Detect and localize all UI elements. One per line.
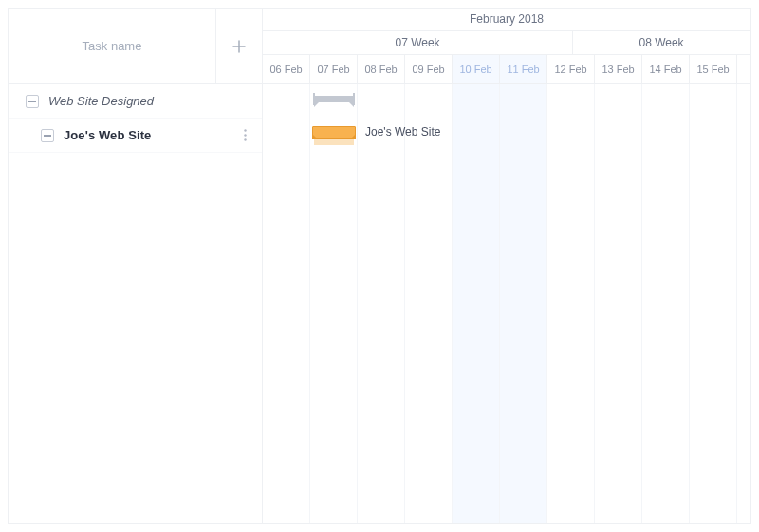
gantt-view: Task name Web Site Designed Joe's Web Si… <box>8 8 751 524</box>
gantt-summary-bar[interactable] <box>314 96 354 102</box>
svg-point-2 <box>244 129 246 131</box>
day-label: 15 Feb <box>690 55 737 83</box>
svg-rect-0 <box>28 101 36 102</box>
day-label: 06 Feb <box>263 55 310 83</box>
minus-icon <box>44 135 51 137</box>
day-label: 07 Feb <box>310 55 358 83</box>
gantt-task-bar-label: Joe's Web Site <box>365 125 440 138</box>
day-label: 13 Feb <box>595 55 642 83</box>
plus-icon <box>232 40 246 53</box>
summary-cap-right <box>353 93 355 105</box>
task-list-panel: Task name Web Site Designed Joe's Web Si… <box>9 9 263 523</box>
summary-cap-left <box>313 93 315 105</box>
week-label: 08 Week <box>573 31 750 56</box>
task-name: Web Site Designed <box>48 94 254 108</box>
day-label: 14 Feb <box>642 55 690 83</box>
day-label: 10 Feb <box>453 55 500 83</box>
column-header-task-name[interactable]: Task name <box>9 9 216 83</box>
task-name: Joe's Web Site <box>64 128 235 142</box>
timeline-body[interactable]: Joe's Web Site <box>263 84 750 523</box>
svg-rect-1 <box>44 135 51 137</box>
add-column-button[interactable] <box>216 9 262 83</box>
gantt-task-bar-shadow <box>314 139 354 145</box>
task-list-header: Task name <box>9 9 262 84</box>
month-label: February 2018 <box>263 9 750 31</box>
timeline-panel[interactable]: February 2018 07 Week08 Week 06 Feb07 Fe… <box>263 9 750 523</box>
collapse-toggle[interactable] <box>41 129 54 142</box>
svg-point-3 <box>244 134 246 136</box>
task-row[interactable]: Joe's Web Site <box>9 119 262 153</box>
more-vertical-icon <box>244 129 247 141</box>
timeline-bars: Joe's Web Site <box>263 84 750 523</box>
gantt-task-bar[interactable]: Joe's Web Site <box>312 126 356 139</box>
day-label: 08 Feb <box>358 55 405 83</box>
task-row[interactable]: Web Site Designed <box>9 84 262 119</box>
day-label: 09 Feb <box>405 55 453 83</box>
day-label: 12 Feb <box>547 55 595 83</box>
column-header-label: Task name <box>83 39 142 53</box>
day-label: 11 Feb <box>500 55 547 83</box>
gantt-task-bar-body <box>312 126 356 139</box>
task-rows: Web Site Designed Joe's Web Site <box>9 84 262 153</box>
minus-icon <box>28 101 36 102</box>
svg-point-4 <box>244 138 246 140</box>
timeline-header: February 2018 07 Week08 Week 06 Feb07 Fe… <box>263 9 750 84</box>
task-actions-menu[interactable] <box>235 129 254 141</box>
week-label: 07 Week <box>263 31 573 56</box>
collapse-toggle[interactable] <box>26 95 39 108</box>
